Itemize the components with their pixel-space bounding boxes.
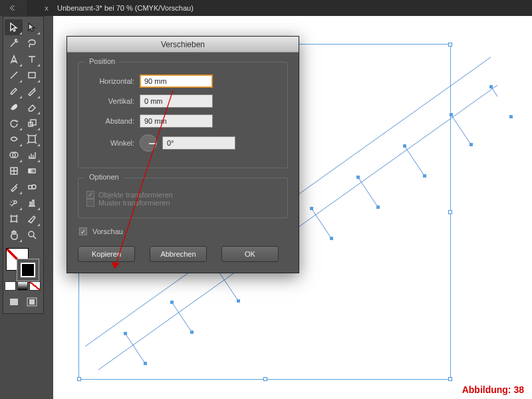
- line-tool-icon[interactable]: [5, 67, 23, 83]
- cancel-button[interactable]: Abbrechen: [150, 246, 207, 262]
- distance-input[interactable]: [140, 114, 213, 128]
- checkbox-icon: [86, 191, 94, 199]
- move-dialog: Verschieben Position Horizontal: Vertika…: [66, 36, 299, 273]
- zoom-tool-icon[interactable]: [23, 227, 41, 243]
- angle-input[interactable]: [162, 136, 235, 150]
- transform-patterns-label: Muster transformieren: [98, 199, 170, 207]
- blob-brush-tool-icon[interactable]: [5, 99, 23, 115]
- svg-line-21: [311, 208, 331, 238]
- document-tab-bar: x Unbenannt-3* bei 70 % (CMYK/Vorschau): [0, 0, 532, 16]
- svg-rect-3: [29, 136, 35, 142]
- eyedropper-tool-icon[interactable]: [5, 179, 23, 195]
- svg-line-22: [358, 177, 378, 207]
- svg-rect-14: [29, 299, 35, 305]
- pencil-tool-icon[interactable]: [23, 83, 41, 99]
- ok-button[interactable]: OK: [221, 246, 279, 262]
- free-transform-tool-icon[interactable]: [23, 131, 41, 147]
- svg-line-17: [125, 333, 145, 363]
- eraser-tool-icon[interactable]: [23, 99, 41, 115]
- svg-line-23: [404, 146, 424, 176]
- width-tool-icon[interactable]: [5, 131, 23, 147]
- dialog-title[interactable]: Verschieben: [67, 37, 299, 53]
- checkbox-icon: [79, 227, 87, 235]
- selection-tool-icon[interactable]: [5, 19, 23, 35]
- symbol-sprayer-tool-icon[interactable]: [5, 195, 23, 211]
- color-mode-row: [5, 281, 42, 291]
- angle-dial-icon[interactable]: [140, 134, 157, 152]
- svg-line-24: [451, 114, 471, 144]
- rotate-tool-icon[interactable]: [5, 115, 23, 131]
- pen-tool-icon[interactable]: [5, 51, 23, 67]
- fill-stroke-swatch[interactable]: [5, 247, 41, 279]
- angle-label: Winkel:: [86, 139, 134, 147]
- svg-line-18: [172, 302, 192, 332]
- artboard-tool-icon[interactable]: [5, 211, 23, 227]
- transform-objects-checkbox: Objekte transformieren: [86, 191, 173, 199]
- graph-tool-icon[interactable]: [23, 147, 41, 163]
- svg-line-19: [218, 271, 238, 301]
- svg-rect-8: [29, 186, 32, 189]
- shape-builder-tool-icon[interactable]: [5, 147, 23, 163]
- collapse-panels-icon[interactable]: [0, 0, 27, 16]
- svg-point-11: [29, 231, 34, 237]
- hand-tool-icon[interactable]: [5, 227, 23, 243]
- svg-rect-10: [11, 216, 17, 221]
- figure-caption: Abbildung: 38: [462, 384, 524, 395]
- svg-line-25: [491, 86, 497, 116]
- svg-rect-7: [29, 169, 35, 173]
- position-group: Position Horizontal: Vertikal: Abstand: …: [78, 62, 288, 168]
- gradient-tool-icon[interactable]: [23, 163, 41, 179]
- svg-rect-12: [10, 299, 18, 305]
- transform-objects-label: Objekte transformieren: [98, 191, 173, 199]
- options-group: Optionen Objekte transformieren Muster t…: [78, 178, 288, 218]
- column-graph-tool-icon[interactable]: [23, 195, 41, 211]
- vertical-input[interactable]: [140, 94, 213, 108]
- options-group-label: Optionen: [85, 173, 123, 181]
- transform-patterns-checkbox: Muster transformieren: [86, 199, 170, 207]
- draw-normal-icon[interactable]: [5, 295, 23, 309]
- document-tab-title[interactable]: Unbenannt-3* bei 70 % (CMYK/Vorschau): [53, 4, 194, 12]
- magic-wand-tool-icon[interactable]: [5, 35, 23, 51]
- horizontal-input[interactable]: [140, 74, 213, 88]
- svg-rect-0: [29, 72, 35, 78]
- color-gradient-icon[interactable]: [17, 281, 29, 291]
- color-none-icon[interactable]: [29, 281, 41, 291]
- color-solid-icon[interactable]: [5, 281, 16, 291]
- tab-close-icon[interactable]: x: [40, 4, 53, 12]
- vertical-label: Vertikal:: [86, 97, 134, 105]
- scale-tool-icon[interactable]: [23, 115, 41, 131]
- preview-label: Vorschau: [92, 227, 123, 235]
- stroke-swatch-icon[interactable]: [17, 259, 39, 281]
- slice-tool-icon[interactable]: [23, 211, 41, 227]
- type-tool-icon[interactable]: [23, 51, 41, 67]
- rectangle-tool-icon[interactable]: [23, 67, 41, 83]
- mesh-tool-icon[interactable]: [5, 163, 23, 179]
- copy-button[interactable]: Kopieren: [78, 246, 135, 262]
- blend-tool-icon[interactable]: [23, 179, 41, 195]
- horizontal-label: Horizontal:: [86, 77, 134, 85]
- lasso-tool-icon[interactable]: [23, 35, 41, 51]
- svg-point-9: [32, 185, 36, 189]
- direct-selection-tool-icon[interactable]: [23, 19, 41, 35]
- tools-panel: [3, 16, 44, 314]
- screen-mode-icon[interactable]: [23, 295, 41, 309]
- checkbox-icon: [86, 199, 94, 207]
- preview-checkbox[interactable]: Vorschau: [79, 227, 288, 235]
- distance-label: Abstand:: [86, 117, 134, 125]
- position-group-label: Position: [85, 57, 119, 65]
- brush-tool-icon[interactable]: [5, 83, 23, 99]
